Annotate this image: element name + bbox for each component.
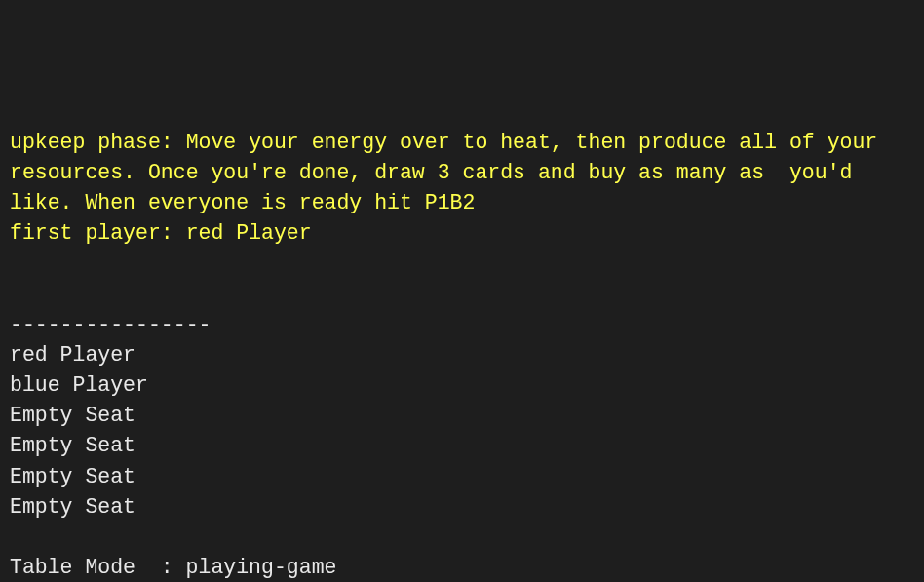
player-slot: Empty Seat xyxy=(10,465,135,488)
player-slot: blue Player xyxy=(10,373,148,397)
player-slot: Empty Seat xyxy=(10,495,135,519)
kv-colon: : xyxy=(161,553,186,582)
table-mode-key: Table Mode xyxy=(10,553,161,582)
phase-title: upkeep phase: xyxy=(10,131,186,154)
player-slot: Empty Seat xyxy=(10,404,135,427)
first-player-label: first player: xyxy=(10,221,186,245)
player-slot: Empty Seat xyxy=(10,434,135,457)
table-mode-value: playing-game xyxy=(186,556,337,579)
player-slot: red Player xyxy=(10,343,135,367)
first-player-value: red Player xyxy=(186,221,312,245)
divider-top: ---------------- xyxy=(10,313,211,336)
